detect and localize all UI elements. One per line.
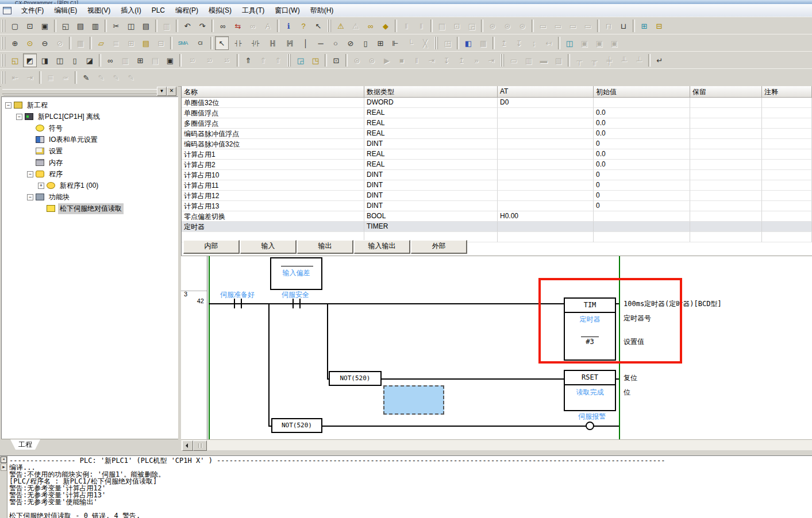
fb-param-tool-icon[interactable]: ⊩ — [388, 36, 402, 50]
table-cell[interactable] — [690, 108, 762, 118]
tree-item-settings[interactable]: 设置 — [2, 145, 178, 157]
properties-icon[interactable]: ◩ — [23, 53, 37, 67]
column-header-4[interactable]: 保留 — [690, 86, 762, 98]
collapse-icon[interactable]: − — [27, 194, 33, 200]
time-chart-icon[interactable]: ⊔ — [617, 19, 630, 33]
step-run-icon[interactable]: ⇥ — [425, 53, 438, 67]
compare-with-plc-icon[interactable]: ⊡ — [329, 53, 343, 67]
block-align-icon[interactable]: ≃ — [59, 71, 72, 84]
continuous-step-icon[interactable]: » — [470, 53, 483, 67]
edit-cut-icon[interactable]: ✎ — [124, 71, 138, 84]
table-cell[interactable]: 0.0 — [594, 108, 690, 118]
io-lock-icon[interactable]: ⊞ — [637, 19, 651, 33]
save-icon[interactable]: ▣ — [38, 19, 52, 33]
replace-icon[interactable]: ⇆ — [231, 19, 245, 33]
diff-monitor-clear-icon[interactable]: ↤ — [542, 36, 556, 50]
force-toggle-icon[interactable]: ╪ — [602, 53, 616, 67]
table-cell[interactable]: D0 — [498, 98, 594, 108]
table-cell[interactable] — [498, 118, 594, 129]
grid-icon[interactable]: ▦ — [74, 36, 87, 50]
table-row[interactable]: 多圈值浮点REAL0.0 — [182, 118, 812, 129]
table-cell[interactable] — [594, 98, 690, 108]
scroll-left-button[interactable] — [182, 440, 193, 451]
table-cell[interactable]: 0 — [594, 170, 690, 180]
dock-grip[interactable] — [2, 89, 157, 94]
zoom-to-window-icon[interactable]: ◨ — [38, 53, 52, 67]
memory-card-1-icon[interactable]: ▭ — [536, 19, 550, 33]
symbol-table-icon[interactable]: ▤ — [139, 36, 153, 50]
clipboard-view-icon[interactable]: ▥ — [118, 53, 132, 67]
table-cell[interactable]: REAL — [364, 108, 498, 118]
table-cell[interactable]: TIMER — [364, 222, 498, 232]
menu-item-1[interactable]: 编辑(E) — [49, 5, 82, 17]
context-help-icon[interactable]: ↖ — [311, 19, 325, 33]
fb-invoke-tool-icon[interactable]: ⊞ — [374, 36, 387, 50]
menu-item-8[interactable]: 窗口(W) — [270, 5, 305, 17]
table-row[interactable]: 编码器脉冲值32位DINT0 — [182, 139, 812, 149]
table-row[interactable]: 计算占用10DINT0 — [182, 170, 812, 180]
mnemonic-view-icon[interactable]: SMA — [175, 36, 191, 50]
table-cell[interactable] — [690, 232, 762, 242]
zoom-in-icon[interactable]: ⊕ — [8, 36, 22, 50]
table-cell[interactable] — [762, 170, 812, 180]
pause-icon[interactable]: ‖ — [399, 19, 413, 33]
table-cell[interactable]: 0 — [594, 180, 690, 191]
panel-dropdown-icon[interactable]: ▼ — [157, 87, 167, 96]
output-coil[interactable] — [586, 422, 594, 430]
tree-item-label[interactable]: 程序 — [47, 169, 64, 180]
table-row[interactable]: 计算占用13DINT0 — [182, 201, 812, 211]
go-to-rung-icon[interactable]: ↵ — [653, 53, 667, 67]
table-cell[interactable]: 编码器脉冲值浮点 — [182, 129, 364, 139]
table-cell[interactable] — [762, 211, 812, 222]
table-cell[interactable]: DWORD — [364, 98, 498, 108]
new-window-icon[interactable]: ◱ — [8, 53, 22, 67]
table-cell[interactable]: 0 — [594, 191, 690, 201]
table-cell[interactable] — [762, 232, 812, 242]
select-tool-icon[interactable]: ↖ — [215, 36, 229, 50]
table-cell[interactable] — [498, 139, 594, 149]
table-row[interactable]: 计算占用2REAL0.0 — [182, 160, 812, 170]
tree-item-label[interactable]: 新程序1 (00) — [58, 180, 100, 191]
instruction-tool-icon[interactable]: ▯ — [359, 36, 372, 50]
rung-gutter[interactable]: 3 42 — [181, 256, 207, 440]
table-cell[interactable] — [690, 160, 762, 170]
menu-item-0[interactable]: 文件(F) — [16, 5, 49, 17]
tree-item-fb[interactable]: −功能块 — [2, 191, 178, 203]
tree-item-label[interactable]: 松下伺服绝对值读取 — [58, 203, 124, 214]
about-icon[interactable]: ℹ — [282, 19, 295, 33]
contact1-bar[interactable] — [234, 299, 235, 308]
compile-icon[interactable]: ⚠ — [334, 19, 348, 33]
tree-item-label[interactable]: 设置 — [47, 146, 64, 157]
watch-window-4-icon[interactable]: ▣ — [607, 36, 621, 50]
table-cell[interactable]: 多圈值浮点 — [182, 118, 364, 129]
io-comment-icon[interactable]: ◲ — [465, 19, 479, 33]
table-cell[interactable]: DINT — [364, 191, 498, 201]
edit-mode-icon[interactable]: ✎ — [79, 71, 93, 84]
monitor-3-icon[interactable]: ⊛ — [515, 19, 529, 33]
table-row[interactable]: 计算占用11DINT0 — [182, 180, 812, 191]
address-reference-icon[interactable]: ⊡ — [450, 19, 464, 33]
table-cell[interactable]: 0.0 — [594, 160, 690, 170]
line-delete-tool-icon[interactable]: ╳ — [418, 36, 432, 50]
var-tab-4[interactable]: 外部 — [411, 240, 467, 254]
table-cell[interactable] — [690, 222, 762, 232]
toolbar-grip[interactable] — [328, 20, 331, 32]
var-tab-1[interactable]: 输入 — [240, 240, 297, 254]
table-row[interactable]: 计算占用12DINT0 — [182, 191, 812, 201]
fb-register-icon[interactable]: ◳ — [441, 36, 455, 50]
contact-tool-icon[interactable]: ┤├ — [230, 36, 246, 50]
rung-list-icon[interactable]: ≣ — [109, 36, 123, 50]
table-cell[interactable] — [690, 191, 762, 201]
column-header-1[interactable]: 数据类型 — [364, 86, 498, 98]
line-connect-tool-icon[interactable]: └ — [403, 36, 417, 50]
table-cell[interactable]: 计算占用13 — [182, 201, 364, 211]
table-cell[interactable] — [762, 108, 812, 118]
table-cell[interactable] — [498, 180, 594, 191]
table-cell[interactable] — [690, 98, 762, 108]
differentiate-down-icon[interactable]: ┴ — [632, 53, 646, 67]
table-cell[interactable]: DINT — [364, 201, 498, 211]
rung-wrap-icon[interactable]: ⊞ — [124, 36, 138, 50]
copy-icon[interactable]: ◫ — [124, 19, 138, 33]
zoom-out-icon[interactable]: ⊖ — [38, 36, 52, 50]
table-cell[interactable] — [690, 201, 762, 211]
